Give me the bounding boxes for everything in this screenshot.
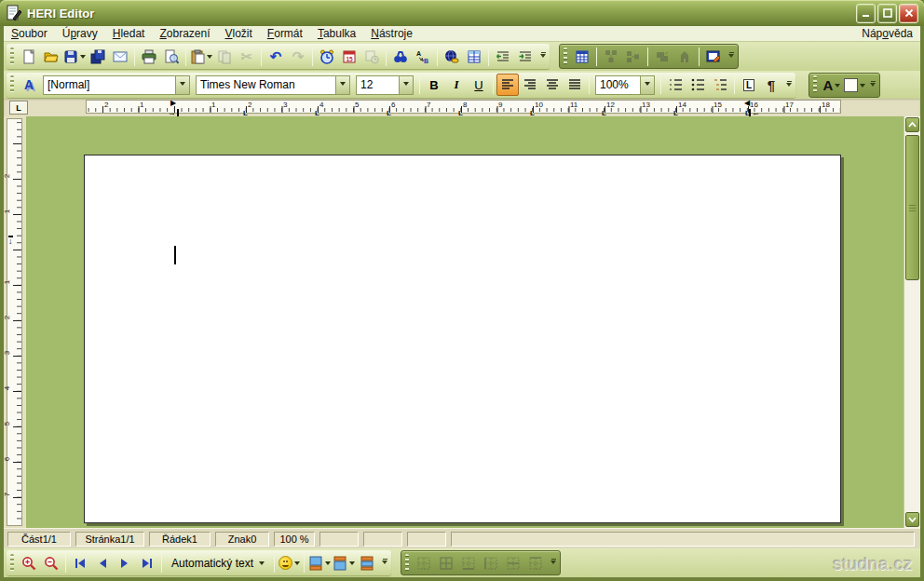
border-left-button[interactable] [480,552,502,574]
border-outer-bottom-button[interactable] [457,552,480,574]
toolbar-grip[interactable] [564,47,567,66]
first-page-button[interactable] [69,552,91,574]
email-button[interactable] [109,46,131,68]
italic-button[interactable]: I [445,74,468,96]
menu-hledat[interactable]: Hledat [105,26,153,41]
print-button[interactable] [138,46,160,68]
wrap-around-button[interactable] [356,552,378,574]
insert-table-button[interactable] [571,46,593,68]
menu-zobrazeni[interactable]: Zobrazení [152,26,217,41]
paste-dropdown-arrow[interactable] [207,55,212,61]
toolbar-grip[interactable] [813,75,817,94]
undo-button[interactable]: ↶ [265,46,287,68]
highlight-color-button[interactable] [843,74,866,96]
close-button[interactable] [899,4,918,23]
font-dropdown-button[interactable] [335,76,349,94]
font-color-button[interactable]: A [821,74,843,96]
font-size-dropdown-button[interactable] [399,76,413,94]
insert-time-button[interactable] [316,46,338,68]
scroll-up-button[interactable] [905,117,919,132]
save-button[interactable] [62,46,87,68]
toolbar-options-chevron[interactable] [380,552,389,574]
insert-date-button[interactable]: 15 [338,46,360,68]
table-properties-button[interactable] [673,46,696,68]
zoom-combobox[interactable]: 100% [595,75,655,95]
minimize-button[interactable] [856,4,876,23]
border-middle-button[interactable] [502,552,524,574]
zoom-out-button[interactable] [40,552,62,574]
bold-button[interactable]: B [423,74,445,96]
zoom-dropdown-button[interactable] [640,76,654,94]
find-button[interactable] [389,46,412,68]
emoticon-button[interactable] [278,552,301,574]
redo-button[interactable]: ↷ [287,46,309,68]
toolbar-options-chevron[interactable] [549,552,558,574]
styles-button[interactable]: A [18,74,40,96]
align-right-button[interactable] [519,74,541,96]
left-margin-arrow[interactable]: → [168,109,179,116]
top-margin-marker[interactable]: ↓ [8,236,13,246]
document-canvas[interactable] [26,116,904,528]
highlight-color-dropdown-arrow[interactable] [860,84,865,90]
right-indent-marker[interactable]: ◀ [744,100,750,107]
numbered-list-button[interactable] [664,74,686,96]
wrap-above-button[interactable] [332,552,356,574]
border-top-button[interactable] [524,552,547,574]
save-all-button[interactable] [87,46,109,68]
style-combobox[interactable]: [Normal] [43,75,190,95]
wrap-below-button[interactable] [307,552,332,574]
formatting-marks-button[interactable]: ¶ [760,74,782,96]
style-dropdown-button[interactable] [175,76,189,94]
tab-type-button[interactable]: L [738,74,760,96]
first-line-indent-marker[interactable]: ▶ [170,100,176,107]
split-columns-button[interactable] [622,46,645,68]
align-justify-button[interactable] [564,74,586,96]
edit-form-button[interactable] [702,46,725,68]
toolbar-grip[interactable] [10,75,14,94]
toolbar-grip[interactable] [405,554,409,573]
font-color-dropdown-arrow[interactable] [835,84,840,90]
open-button[interactable] [40,46,62,68]
next-page-button[interactable] [114,552,136,574]
right-margin-arrow[interactable]: ← [749,109,760,116]
bullet-list-button[interactable] [686,74,709,96]
toolbar-options-chevron[interactable] [868,74,877,96]
horizontal-ruler[interactable]: 2 1 1 2 3 4 5 6 7 8 9 10 11 12 13 14 15 … [86,100,841,114]
border-all-button[interactable] [435,552,457,574]
split-rows-button[interactable] [600,46,622,68]
align-left-button[interactable] [496,74,519,96]
document-page[interactable] [84,155,841,523]
toolbar-options-chevron[interactable] [727,46,736,68]
menu-napoveda[interactable]: Nápověda [854,26,920,41]
autotext-dropdown[interactable]: Automatický text [165,553,271,573]
hyperlink-button[interactable] [441,46,463,68]
decrease-indent-button[interactable] [492,46,514,68]
underline-button[interactable]: U [468,74,490,96]
cut-button[interactable]: ✂ [236,46,258,68]
vertical-scrollbar[interactable] [904,116,920,528]
menu-upravy[interactable]: Úpravy [55,26,105,41]
emoticon-dropdown-arrow[interactable] [294,561,300,568]
paste-button[interactable] [189,46,213,68]
border-none-button[interactable] [413,552,435,574]
previous-page-button[interactable] [91,552,114,574]
menu-nastroje[interactable]: Nástroje [363,26,420,41]
save-dropdown-arrow[interactable] [80,55,86,61]
merge-cells-button[interactable] [651,46,673,68]
maximize-button[interactable] [877,4,897,23]
toolbar-options-chevron[interactable] [538,46,548,68]
toolbar-grip[interactable] [10,554,14,573]
font-size-combobox[interactable]: 12 [356,75,414,95]
copy-button[interactable] [213,46,236,68]
print-preview-button[interactable] [160,46,183,68]
scroll-down-button[interactable] [905,512,919,527]
menu-format[interactable]: Formát [260,26,310,41]
vertical-ruler[interactable]: 2 1 1 2 3 4 5 6 7 ↓ [4,116,26,528]
font-combobox[interactable]: Times New Roman [196,75,350,95]
menu-soubor[interactable]: Soubor [4,26,55,41]
menu-tabulka[interactable]: Tabulka [310,26,363,41]
last-page-button[interactable] [136,552,158,574]
scrollbar-thumb[interactable] [905,135,919,280]
menu-vlozit[interactable]: Vložit [218,26,260,41]
zoom-in-button[interactable] [18,552,40,574]
